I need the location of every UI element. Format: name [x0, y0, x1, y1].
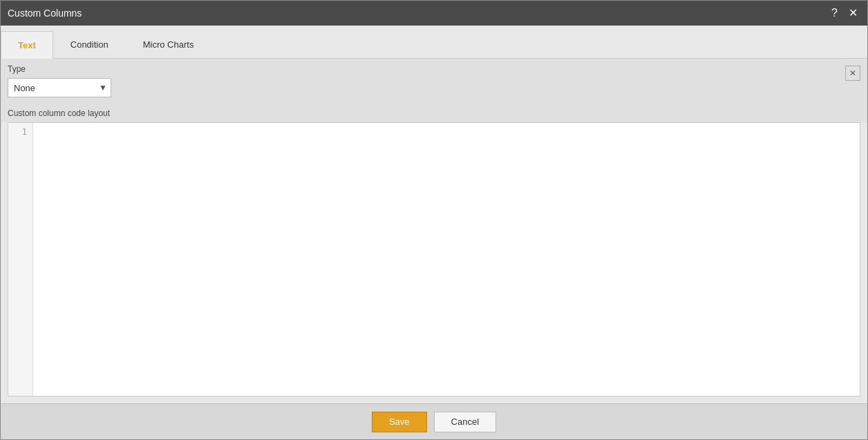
tab-condition-label: Condition: [70, 39, 108, 50]
tab-condition[interactable]: Condition: [53, 30, 126, 58]
line-numbers: 1: [8, 123, 33, 396]
tab-text[interactable]: Text: [1, 31, 53, 59]
clear-button[interactable]: ✕: [845, 66, 860, 81]
tab-microcharts[interactable]: Micro Charts: [126, 30, 211, 58]
content-area: Type None ▼ ✕ Custom column code layout …: [1, 59, 867, 403]
footer: Save Cancel: [1, 403, 867, 439]
close-button[interactable]: ✕: [846, 6, 860, 20]
tab-microcharts-label: Micro Charts: [143, 39, 194, 50]
title-bar: Custom Columns ? ✕: [1, 1, 867, 26]
type-row: None ▼: [8, 78, 860, 97]
title-bar-buttons: ? ✕: [829, 6, 860, 20]
save-button[interactable]: Save: [372, 412, 427, 432]
code-section: Custom column code layout: [1, 104, 867, 122]
code-label: Custom column code layout: [8, 108, 860, 118]
type-select-wrapper: None ▼: [8, 78, 111, 97]
type-select[interactable]: None: [8, 78, 111, 97]
custom-columns-dialog: Custom Columns ? ✕ Text Condition Micro …: [0, 0, 868, 440]
tab-text-label: Text: [18, 40, 36, 50]
help-button[interactable]: ?: [829, 6, 840, 20]
code-editor[interactable]: [33, 123, 860, 396]
type-section: Type None ▼ ✕: [1, 59, 867, 104]
dialog-title: Custom Columns: [8, 8, 82, 19]
tabs-bar: Text Condition Micro Charts: [1, 26, 867, 59]
cancel-button[interactable]: Cancel: [434, 412, 496, 432]
editor-area: 1: [8, 122, 860, 396]
line-number-1: 1: [14, 127, 27, 137]
type-label: Type: [8, 64, 860, 74]
